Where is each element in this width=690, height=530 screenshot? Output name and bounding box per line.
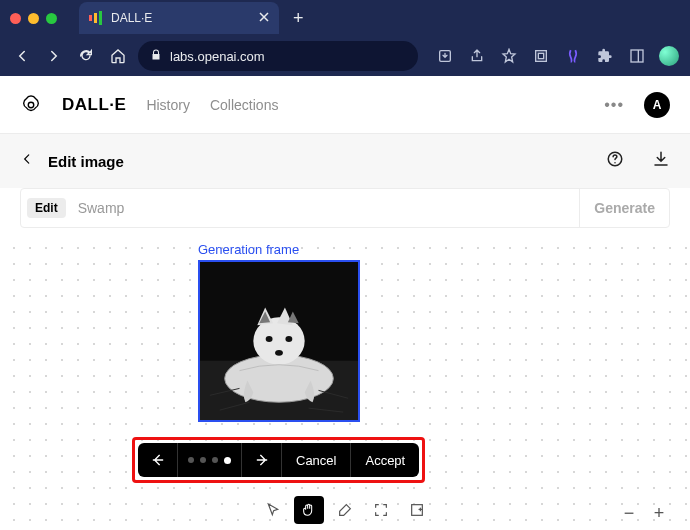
home-button[interactable] bbox=[106, 44, 130, 68]
help-icon[interactable] bbox=[606, 150, 624, 172]
address-bar: labs.openai.com bbox=[0, 36, 690, 76]
lock-icon bbox=[150, 49, 162, 64]
forward-button[interactable] bbox=[42, 44, 66, 68]
back-button[interactable] bbox=[10, 44, 34, 68]
extension-icon-2[interactable] bbox=[562, 45, 584, 67]
favicon-icon bbox=[89, 11, 103, 25]
generated-image bbox=[200, 262, 358, 420]
zoom-out-button[interactable]: − bbox=[618, 502, 640, 524]
maximize-window-icon[interactable] bbox=[46, 13, 57, 24]
prev-variation-button[interactable] bbox=[138, 443, 178, 477]
browser-chrome: DALL·E + labs.openai.com bbox=[0, 0, 690, 76]
svg-rect-4 bbox=[536, 51, 547, 62]
avatar[interactable]: A bbox=[644, 92, 670, 118]
avatar-initial: A bbox=[653, 98, 662, 112]
prompt-bar: Edit Generate bbox=[20, 188, 670, 228]
generation-frame-label: Generation frame bbox=[198, 242, 299, 257]
install-icon[interactable] bbox=[434, 45, 456, 67]
upload-tool-icon[interactable] bbox=[402, 496, 432, 524]
edit-badge: Edit bbox=[27, 198, 66, 218]
tab-close-icon[interactable] bbox=[259, 11, 269, 25]
zoom-controls: − + bbox=[618, 502, 670, 524]
sub-header: Edit image bbox=[0, 134, 690, 188]
svg-rect-5 bbox=[538, 53, 543, 58]
tab-strip: DALL·E + bbox=[0, 0, 690, 36]
profile-icon[interactable] bbox=[658, 45, 680, 67]
chrome-actions bbox=[434, 45, 680, 67]
panel-icon[interactable] bbox=[626, 45, 648, 67]
svg-rect-1 bbox=[94, 13, 97, 23]
dot-3[interactable] bbox=[212, 457, 218, 463]
url-field[interactable]: labs.openai.com bbox=[138, 41, 418, 71]
page-title: Edit image bbox=[48, 153, 124, 170]
more-menu-icon[interactable]: ••• bbox=[604, 96, 624, 114]
app-header: DALL·E History Collections ••• A bbox=[0, 76, 690, 134]
browser-tab[interactable]: DALL·E bbox=[79, 2, 279, 34]
download-icon[interactable] bbox=[652, 150, 670, 172]
select-tool-icon[interactable] bbox=[258, 496, 288, 524]
carousel-highlight: Cancel Accept bbox=[132, 437, 425, 483]
svg-rect-0 bbox=[89, 15, 92, 21]
nav-collections[interactable]: Collections bbox=[210, 97, 278, 113]
accept-button[interactable]: Accept bbox=[351, 443, 419, 477]
generation-frame-tool-icon[interactable] bbox=[366, 496, 396, 524]
extension-icon-1[interactable] bbox=[530, 45, 552, 67]
nav-history[interactable]: History bbox=[146, 97, 190, 113]
bookmark-icon[interactable] bbox=[498, 45, 520, 67]
tab-title: DALL·E bbox=[111, 11, 251, 25]
url-text: labs.openai.com bbox=[170, 49, 265, 64]
prompt-input[interactable] bbox=[66, 200, 580, 216]
extensions-icon[interactable] bbox=[594, 45, 616, 67]
editor-tools bbox=[0, 496, 690, 524]
close-window-icon[interactable] bbox=[10, 13, 21, 24]
window-controls bbox=[10, 13, 57, 24]
svg-point-15 bbox=[266, 336, 273, 342]
variation-toolbar: Cancel Accept bbox=[138, 443, 419, 477]
generation-frame[interactable] bbox=[198, 260, 360, 422]
zoom-in-button[interactable]: + bbox=[648, 502, 670, 524]
next-variation-button[interactable] bbox=[242, 443, 282, 477]
svg-rect-6 bbox=[631, 50, 643, 62]
new-tab-button[interactable]: + bbox=[293, 8, 304, 29]
svg-rect-2 bbox=[99, 11, 102, 25]
generate-button[interactable]: Generate bbox=[579, 189, 669, 227]
openai-logo-icon bbox=[20, 94, 42, 116]
share-icon[interactable] bbox=[466, 45, 488, 67]
cancel-button[interactable]: Cancel bbox=[282, 443, 351, 477]
back-chevron-icon[interactable] bbox=[20, 152, 34, 170]
eraser-tool-icon[interactable] bbox=[330, 496, 360, 524]
dot-2[interactable] bbox=[200, 457, 206, 463]
canvas-area[interactable]: Generation frame bbox=[0, 234, 690, 530]
app-title: DALL·E bbox=[62, 95, 126, 115]
dot-1[interactable] bbox=[188, 457, 194, 463]
dot-4[interactable] bbox=[224, 457, 231, 464]
pan-tool-icon[interactable] bbox=[294, 496, 324, 524]
minimize-window-icon[interactable] bbox=[28, 13, 39, 24]
reload-button[interactable] bbox=[74, 44, 98, 68]
svg-point-8 bbox=[28, 102, 34, 108]
svg-point-17 bbox=[275, 350, 283, 356]
svg-point-16 bbox=[285, 336, 292, 342]
variation-dots bbox=[178, 443, 242, 477]
